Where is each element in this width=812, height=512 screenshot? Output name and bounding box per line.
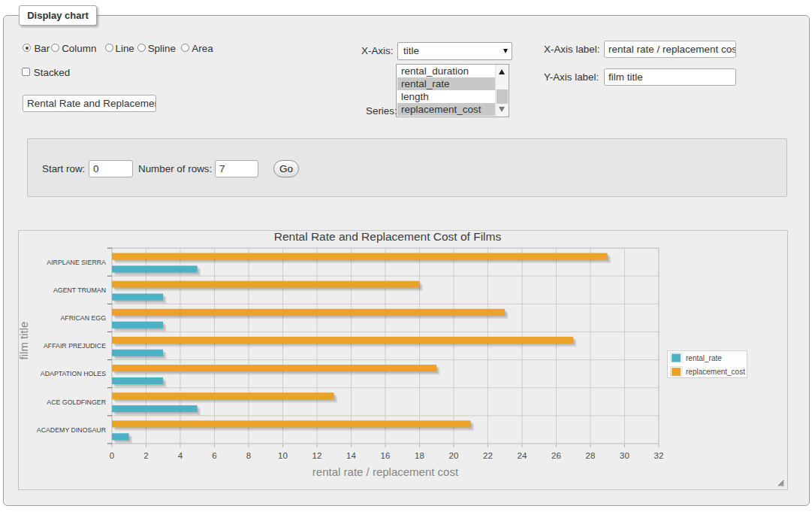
svg-text:14: 14 bbox=[346, 451, 356, 460]
svg-text:12: 12 bbox=[312, 451, 322, 460]
svg-text:20: 20 bbox=[449, 451, 459, 460]
svg-text:24: 24 bbox=[518, 451, 527, 460]
svg-text:rental_rate: rental_rate bbox=[686, 354, 722, 362]
svg-text:AIRPLANE SIERRA: AIRPLANE SIERRA bbox=[47, 259, 106, 266]
svg-text:2: 2 bbox=[143, 451, 148, 460]
svg-text:26: 26 bbox=[551, 451, 561, 460]
svg-text:18: 18 bbox=[415, 451, 424, 460]
svg-text:AFFAIR PREJUDICE: AFFAIR PREJUDICE bbox=[44, 342, 106, 350]
svg-text:ACADEMY DINOSAUR: ACADEMY DINOSAUR bbox=[37, 426, 106, 434]
svg-text:16: 16 bbox=[381, 451, 391, 460]
svg-text:Rental Rate and Replacement Co: Rental Rate and Replacement Cost of Film… bbox=[274, 230, 502, 243]
svg-text:8: 8 bbox=[246, 451, 251, 460]
svg-text:AGENT TRUMAN: AGENT TRUMAN bbox=[53, 286, 106, 294]
svg-text:0: 0 bbox=[110, 451, 114, 460]
svg-text:4: 4 bbox=[178, 451, 183, 460]
svg-text:AFRICAN EGG: AFRICAN EGG bbox=[60, 314, 106, 322]
svg-text:replacement_cost: replacement_cost bbox=[686, 368, 745, 376]
svg-text:film title: film title bbox=[18, 322, 30, 360]
svg-text:10: 10 bbox=[278, 451, 288, 460]
svg-text:rental rate / replacement cost: rental rate / replacement cost bbox=[312, 465, 459, 478]
svg-text:22: 22 bbox=[483, 451, 493, 460]
svg-text:6: 6 bbox=[212, 451, 216, 460]
svg-text:ACE GOLDFINGER: ACE GOLDFINGER bbox=[47, 398, 106, 406]
svg-text:28: 28 bbox=[586, 451, 596, 460]
svg-text:30: 30 bbox=[620, 451, 629, 460]
svg-text:32: 32 bbox=[654, 451, 664, 460]
svg-text:ADAPTATION HOLES: ADAPTATION HOLES bbox=[41, 370, 106, 377]
